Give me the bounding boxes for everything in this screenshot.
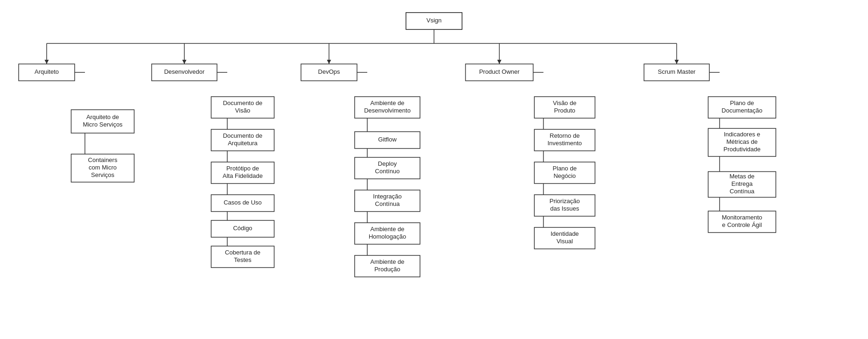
node: Arquiteto deMicro Serviços: [71, 110, 134, 133]
svg-text:Visão: Visão: [235, 107, 250, 114]
svg-text:Métricas de: Métricas de: [726, 138, 757, 145]
node: Ambiente deDesenvolvimento: [355, 97, 420, 118]
svg-text:Vsign: Vsign: [427, 17, 442, 24]
svg-text:Visão de: Visão de: [553, 99, 576, 106]
svg-text:Protótipo de: Protótipo de: [226, 165, 259, 172]
node: IdentidadeVisual: [534, 227, 595, 249]
svg-text:Indicadores e: Indicadores e: [724, 131, 760, 138]
svg-text:Priorização: Priorização: [549, 198, 580, 205]
svg-text:Arquitetura: Arquitetura: [228, 140, 258, 147]
node: Ambiente deHomologação: [355, 223, 420, 244]
svg-text:Micro Serviços: Micro Serviços: [83, 121, 123, 128]
node: Desenvolvedor: [152, 64, 217, 81]
svg-text:e Controle Ágil: e Controle Ágil: [722, 221, 762, 228]
node: Ambiente deProdução: [355, 255, 420, 277]
svg-text:Visual: Visual: [556, 238, 573, 245]
svg-text:Contínuo: Contínuo: [375, 168, 400, 175]
node: Vsign: [406, 13, 462, 29]
svg-text:Integração: Integração: [373, 193, 401, 200]
org-chart-svg: VsignVsignArquitetoArquiteto deMicro Ser…: [0, 0, 868, 339]
svg-text:Casos de Uso: Casos de Uso: [224, 199, 262, 206]
node: DevOps: [301, 64, 357, 81]
svg-text:Código: Código: [233, 225, 252, 232]
node: Visão deProduto: [534, 97, 595, 118]
node: Gitflow: [355, 132, 420, 148]
svg-text:Serviços: Serviços: [91, 171, 114, 178]
svg-text:Arquiteto: Arquiteto: [35, 68, 59, 75]
node: Plano deDocumentação: [708, 97, 776, 118]
svg-text:das Issues: das Issues: [550, 205, 580, 212]
svg-text:Produto: Produto: [554, 107, 575, 114]
svg-text:Alta Fidelidade: Alta Fidelidade: [223, 172, 263, 179]
svg-text:Produção: Produção: [374, 266, 400, 273]
node: Arquiteto: [19, 64, 75, 81]
svg-text:com Micro: com Micro: [89, 164, 117, 171]
node: IntegraçãoContínua: [355, 190, 420, 212]
svg-text:Metas de: Metas de: [729, 173, 754, 180]
node: Casos de Uso: [211, 195, 274, 212]
node: Documento deVisão: [211, 97, 274, 118]
svg-text:Documento de: Documento de: [223, 99, 263, 106]
svg-text:DevOps: DevOps: [318, 68, 340, 75]
svg-text:Gitflow: Gitflow: [378, 136, 397, 143]
node: Código: [211, 220, 274, 237]
svg-text:Monitoramento: Monitoramento: [722, 214, 763, 221]
svg-text:Plano de: Plano de: [553, 165, 576, 172]
svg-text:Homologação: Homologação: [369, 233, 406, 240]
chart-container: VsignVsignArquitetoArquiteto deMicro Ser…: [0, 0, 868, 339]
svg-text:Testes: Testes: [234, 256, 252, 263]
svg-text:Ambiente de: Ambiente de: [371, 258, 405, 265]
svg-text:Retorno de: Retorno de: [550, 132, 580, 139]
node: Documento deArquitetura: [211, 129, 274, 151]
svg-text:Plano de: Plano de: [730, 99, 754, 106]
svg-text:Cobertura de: Cobertura de: [225, 249, 260, 256]
svg-text:Documentação: Documentação: [721, 107, 762, 114]
svg-text:Desenvolvimento: Desenvolvimento: [364, 107, 411, 114]
svg-text:Negócio: Negócio: [553, 172, 576, 179]
svg-text:Containers: Containers: [88, 156, 118, 163]
node: Containerscom MicroServiços: [71, 154, 134, 182]
node: Indicadores eMétricas deProdutividade: [708, 128, 776, 156]
svg-text:Contínua: Contínua: [375, 200, 400, 207]
svg-text:Desenvolvedor: Desenvolvedor: [164, 68, 205, 75]
svg-text:Ambiente de: Ambiente de: [371, 226, 405, 233]
node: Priorizaçãodas Issues: [534, 195, 595, 216]
node: Metas deEntregaContínua: [708, 172, 776, 198]
node: DeployContínuo: [355, 157, 420, 179]
svg-text:Ambiente de: Ambiente de: [371, 99, 405, 106]
node: Monitoramentoe Controle Ágil: [708, 211, 776, 233]
svg-text:Documento de: Documento de: [223, 132, 263, 139]
svg-text:Identidade: Identidade: [551, 230, 579, 237]
svg-text:Product Owner: Product Owner: [479, 68, 520, 75]
svg-text:Contínua: Contínua: [730, 188, 755, 195]
svg-text:Investimento: Investimento: [547, 140, 582, 147]
svg-text:Entrega: Entrega: [731, 180, 753, 187]
svg-text:Scrum Master: Scrum Master: [658, 68, 696, 75]
node: Retorno deInvestimento: [534, 129, 595, 151]
node: Protótipo deAlta Fidelidade: [211, 162, 274, 184]
svg-text:Arquiteto de: Arquiteto de: [86, 113, 119, 120]
node: Cobertura deTestes: [211, 246, 274, 268]
node: Product Owner: [466, 64, 533, 81]
svg-text:Produtividade: Produtividade: [723, 146, 761, 153]
node: Scrum Master: [644, 64, 709, 81]
svg-text:Deploy: Deploy: [378, 160, 397, 167]
node: Plano deNegócio: [534, 162, 595, 184]
